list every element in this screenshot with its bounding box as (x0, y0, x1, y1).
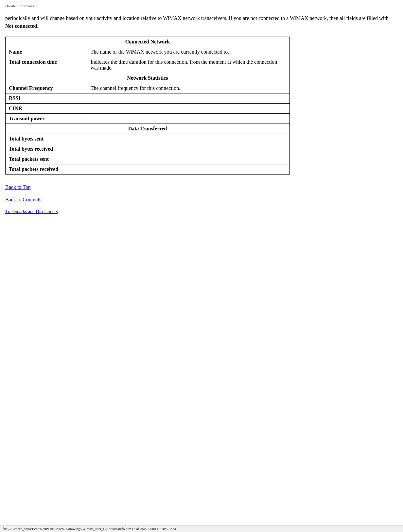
table-row-channel-freq: Channel Frequency The channel frequency … (6, 83, 290, 93)
row-value-bytes-sent (87, 134, 289, 144)
row-label-packets-sent: Total packets sent (6, 154, 87, 164)
row-value-rssi (87, 93, 289, 104)
row-label-packets-received: Total packets received (6, 164, 87, 175)
row-value-channel-freq: The channel frequency for this connectio… (87, 83, 289, 93)
intro-text-part1: periodically and will change based on yo… (5, 15, 389, 21)
section2-header-cell: Network Statistics (6, 73, 290, 83)
row-label-channel-freq: Channel Frequency (6, 83, 87, 93)
table-row-packets-sent: Total packets sent (6, 154, 290, 164)
back-to-contents-link[interactable]: Back to Contents (5, 197, 398, 203)
row-label-bytes-received: Total bytes received (6, 144, 87, 154)
row-value-connection-time: Indicates the time duration for this con… (87, 57, 289, 73)
table-row-section1-header: Connected Network (6, 37, 290, 47)
table-row-rssi: RSSI (6, 93, 290, 104)
status-bar: file:///Cl/ebro_shilo/Echo%20Peak%20P%20… (0, 525, 403, 532)
row-label-connection-time: Total connection time (6, 57, 87, 73)
row-value-transmit-power (87, 114, 289, 124)
table-row-bytes-received: Total bytes received (6, 144, 290, 154)
row-value-name: The name of the WiMAX network you are cu… (87, 47, 289, 57)
page-wrapper: Detailed Information periodically and wi… (0, 0, 403, 234)
table-row-bytes-sent: Total bytes sent (6, 134, 290, 144)
intro-bold: Not connected (5, 23, 37, 29)
back-to-top-link[interactable]: Back to Top (5, 184, 398, 190)
table-row-section3-header: Data Transferred (6, 124, 290, 134)
row-label-name: Name (6, 47, 87, 57)
row-value-cinr (87, 104, 289, 114)
table-row-section2-header: Network Statistics (6, 73, 290, 83)
row-label-rssi: RSSI (6, 93, 87, 104)
trademarks-link[interactable]: Trademarks and Disclaimers (5, 209, 398, 214)
row-value-bytes-received (87, 144, 289, 154)
table-row-packets-received: Total packets received (6, 164, 290, 175)
connected-network-table: Connected Network Name The name of the W… (5, 37, 290, 175)
table-row-name: Name The name of the WiMAX network you a… (6, 47, 290, 57)
intro-text-part2: . (37, 23, 38, 29)
table-row-cinr: CINR (6, 104, 290, 114)
row-value-packets-received (87, 164, 289, 175)
row-value-packets-sent (87, 154, 289, 164)
section3-header-cell: Data Transferred (6, 124, 290, 134)
row-label-cinr: CINR (6, 104, 87, 114)
row-label-bytes-sent: Total bytes sent (6, 134, 87, 144)
intro-paragraph: periodically and will change based on yo… (5, 14, 398, 30)
row-label-transmit-power: Transmit power (6, 114, 87, 124)
section1-header-cell: Connected Network (6, 37, 290, 47)
breadcrumb: Detailed Information (5, 3, 398, 10)
table-row-transmit-power: Transmit power (6, 114, 290, 124)
table-row-connection-time: Total connection time Indicates the time… (6, 57, 290, 73)
